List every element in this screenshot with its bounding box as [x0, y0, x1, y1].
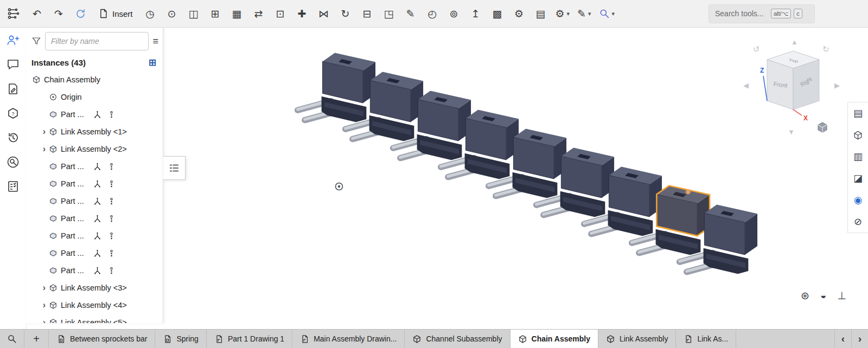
expand-chevron-icon[interactable]: › [40, 144, 48, 154]
appearance-icon[interactable]: ◉ [848, 189, 868, 211]
checklist-icon[interactable] [5, 179, 21, 194]
view-cube-arrow-up[interactable]: ▲ [791, 38, 798, 46]
mate-connector-icon[interactable] [93, 267, 101, 275]
tab-spring[interactable]: Spring [155, 330, 206, 348]
view-cube-rotate-cw[interactable]: ↻ [822, 44, 829, 54]
filter-funnel-icon[interactable] [31, 36, 41, 46]
dof-icon[interactable] [107, 215, 116, 223]
parts-list-icon[interactable]: ▥ [848, 146, 868, 167]
follow-mode-icon[interactable] [5, 33, 21, 48]
mate-connector-icon[interactable] [93, 249, 101, 257]
tree-item-link-assembly-5[interactable]: ›Link Assembly <5> [26, 314, 163, 323]
list-view-icon[interactable]: ≡ [152, 36, 158, 47]
view-cube-arrow-down[interactable]: ▼ [788, 128, 795, 136]
replicate-icon[interactable]: ⇄ [248, 3, 270, 24]
tree-item-link-assembly-2[interactable]: ›Link Assembly <2> [26, 140, 163, 158]
dof-icon[interactable] [107, 249, 116, 257]
tab-link-as[interactable]: Link As... [676, 330, 736, 348]
rotate-icon[interactable]: ↻ [335, 3, 356, 24]
tab-scroll-left-button[interactable]: ‹ [834, 330, 851, 348]
tab-channel-subassembly[interactable]: Channel Subassembly [405, 330, 510, 348]
undo-icon[interactable]: ↶ [26, 3, 48, 24]
relation-icon[interactable]: ⋈ [313, 3, 335, 24]
dof-icon[interactable] [107, 232, 116, 240]
measure-panel-icon[interactable]: ⊘ [848, 211, 868, 233]
revolute-mate-icon[interactable]: ◫ [183, 3, 205, 24]
tree-item-part-7[interactable]: Part ... [26, 192, 163, 210]
view-cube-rotate-ccw[interactable]: ↺ [753, 44, 760, 54]
dof-icon[interactable] [107, 163, 116, 171]
dome-icon[interactable]: ◒ [820, 289, 826, 302]
sheet-metal-icon[interactable]: ▤ [530, 3, 552, 24]
dof-icon[interactable] [107, 180, 116, 188]
bom-table-icon[interactable]: ▩ [487, 3, 508, 24]
transform-icon[interactable]: ◴ [422, 3, 443, 24]
tree-item-part-2[interactable]: Part ... [26, 106, 163, 123]
dof-icon[interactable] [107, 197, 116, 205]
insert-button[interactable]: Insert [91, 3, 139, 24]
sync-icon[interactable] [69, 3, 91, 24]
panel-flyout-button[interactable] [163, 156, 186, 180]
tab-chain-assembly[interactable]: Chain Assembly [510, 330, 598, 348]
search-assistant-menu[interactable]: ▾ [595, 3, 619, 24]
view-cube-arrow-left[interactable]: ◀ [743, 81, 749, 89]
balance-icon[interactable]: ⊥ [837, 289, 846, 302]
filter-input[interactable] [45, 32, 149, 50]
tab-between-sprockets-bar[interactable]: Between sprockets bar [49, 330, 155, 348]
dof-icon[interactable] [107, 111, 116, 119]
view-cube-mini-icon[interactable] [816, 121, 829, 134]
model-link[interactable] [298, 53, 375, 123]
tree-item-part-11[interactable]: Part ... [26, 262, 163, 279]
expand-chevron-icon[interactable]: › [40, 127, 48, 137]
search-tools-box[interactable]: alt/⌥ c [709, 4, 815, 23]
tab-main-assembly-drawin[interactable]: Main Assembly Drawin... [292, 330, 405, 348]
tab-part-1-drawing-1[interactable]: Part 1 Drawing 1 [207, 330, 292, 348]
measure-box-icon[interactable]: ⊟ [356, 3, 378, 24]
app-menu-button[interactable] [0, 0, 26, 27]
tree-item-part-10[interactable]: Part ... [26, 244, 163, 262]
tree-item-link-assembly-3[interactable]: ›Link Assembly <3> [26, 279, 163, 297]
fastened-mate-icon[interactable]: ⊙ [161, 3, 183, 24]
mate-connector-icon[interactable] [93, 163, 101, 171]
pattern-icon[interactable]: ▦ [226, 3, 248, 24]
redo-icon[interactable]: ↷ [48, 3, 69, 24]
group-icon[interactable]: ⊞ [205, 3, 226, 24]
help-box-icon[interactable]: ? [5, 106, 21, 121]
tree-item-part-8[interactable]: Part ... [26, 210, 163, 227]
search-model-icon[interactable] [5, 154, 21, 170]
search-tabs-button[interactable] [0, 330, 24, 348]
mate-icon[interactable]: ◷ [139, 3, 161, 24]
share-icon[interactable]: ⊚ [443, 3, 465, 24]
add-tab-button[interactable]: + [24, 330, 49, 348]
expand-chevron-icon[interactable]: › [40, 300, 48, 310]
tree-item-origin[interactable]: Origin [26, 88, 163, 106]
origin-marker[interactable] [336, 183, 343, 190]
custom-tools-menu[interactable]: ⚙▾ [552, 3, 574, 24]
comments-icon[interactable] [5, 57, 21, 72]
mate-connector-icon[interactable] [93, 232, 101, 240]
view-cube-arrow-right[interactable]: ▶ [834, 81, 840, 89]
tree-item-part-6[interactable]: Part ... [26, 175, 163, 192]
tree-item-link-assembly-1[interactable]: ›Link Assembly <1> [26, 123, 163, 140]
named-views-icon[interactable]: ◳ [378, 3, 400, 24]
annotations-menu[interactable]: ✎▾ [573, 3, 595, 24]
expand-chevron-icon[interactable]: › [40, 318, 48, 323]
feature-list-icon[interactable]: ▤ [848, 102, 868, 124]
export-icon[interactable]: ↥ [465, 3, 487, 24]
tree-item-part-9[interactable]: Part ... [26, 227, 163, 244]
history-icon[interactable] [5, 130, 21, 145]
mate-connector-icon[interactable] [93, 197, 101, 205]
mate-connector-icon[interactable] [93, 215, 101, 223]
insert-instance-icon[interactable]: ⊞ [149, 57, 156, 68]
edit-in-context-icon[interactable]: ✎ [400, 3, 422, 24]
section-view-icon[interactable]: ◪ [848, 167, 868, 189]
tab-link-assembly[interactable]: Link Assembly [598, 330, 676, 348]
explode-icon[interactable]: ✚ [291, 3, 313, 24]
search-tools-input[interactable] [714, 9, 768, 18]
edit-document-icon[interactable] [5, 81, 21, 96]
tree-item-chain-assembly[interactable]: Chain Assembly [26, 71, 163, 88]
tree-item-part-5[interactable]: Part ... [26, 158, 163, 175]
expand-chevron-icon[interactable]: › [40, 283, 48, 293]
configurations-icon[interactable]: ⚙ [508, 3, 530, 24]
tab-scroll-right-button[interactable]: › [851, 330, 868, 348]
